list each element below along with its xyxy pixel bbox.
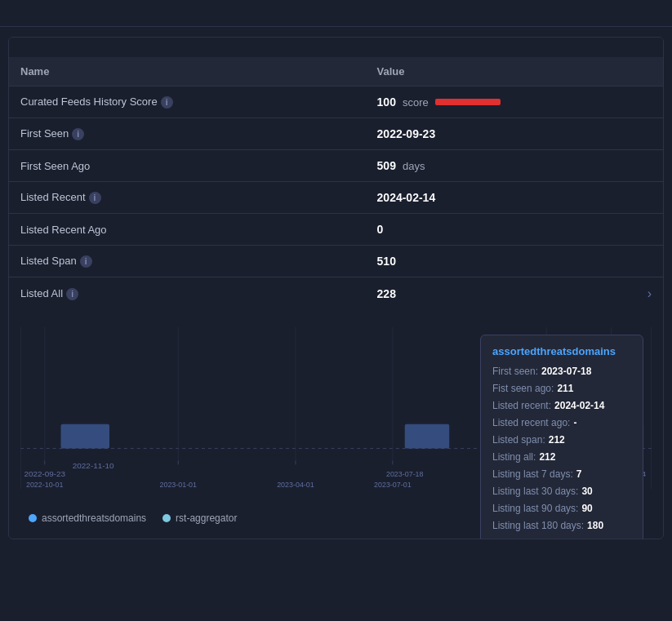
chart-tooltip: assortedthreatsdomains First seen: 2023-…	[480, 335, 643, 539]
table-row: Listed Recent Ago0	[9, 214, 663, 246]
col-value-header: Value	[366, 57, 663, 86]
table-row: Curated Feeds History Scorei100score	[9, 86, 663, 118]
row-value-cell: 2024-02-14	[366, 182, 663, 214]
page-header	[0, 0, 672, 27]
chart-area: 2022-09-23 2022-11-10 2022-10-01 2023-01…	[20, 326, 652, 506]
tooltip-row: Listed span: 212	[492, 432, 631, 447]
tooltip-row: Listing last 7 days: 7	[492, 467, 631, 481]
svg-text:2022-11-10: 2022-11-10	[73, 462, 114, 471]
tooltip-row: Listing last 180 days: 180	[492, 518, 631, 533]
info-icon[interactable]: i	[72, 128, 84, 140]
tooltip-row: Listing last 365 days: 212	[492, 535, 631, 539]
score-bar	[435, 99, 501, 105]
row-value-cell: 100score	[366, 86, 663, 118]
info-icon[interactable]: i	[80, 255, 92, 268]
tooltip-row: Listing last 30 days: 30	[492, 484, 631, 499]
row-value-cell: 510	[366, 246, 663, 277]
tooltip-row: Listing last 90 days: 90	[492, 501, 631, 516]
legend-item: rst-aggregator	[162, 512, 237, 524]
svg-text:2023-07-01: 2023-07-01	[374, 481, 412, 489]
row-name-cell: First Seeni	[9, 118, 366, 150]
tooltip-row: Listed recent ago: -	[492, 415, 631, 430]
info-icon[interactable]: i	[66, 288, 78, 300]
tooltip-row: Fist seen ago: 211	[492, 381, 631, 396]
chart-section: 2022-09-23 2022-11-10 2022-10-01 2023-01…	[9, 310, 663, 539]
curated-feed-section: Name Value Curated Feeds History Scorei1…	[8, 37, 664, 539]
row-value-cell: 509days	[366, 150, 663, 182]
row-name-cell: Listed Recenti	[9, 182, 366, 214]
table-header-row: Name Value	[9, 57, 663, 86]
info-icon[interactable]: i	[161, 96, 173, 109]
chevron-right-icon[interactable]: ›	[648, 286, 652, 301]
svg-rect-15	[405, 424, 450, 449]
section-header	[9, 38, 663, 57]
legend-label: rst-aggregator	[176, 512, 237, 524]
col-name-header: Name	[9, 57, 366, 86]
table-row: First Seen Ago509days	[9, 150, 663, 182]
svg-text:2023-07-18: 2023-07-18	[386, 470, 424, 478]
table-row[interactable]: Listed Alli228›	[9, 277, 663, 311]
row-value-cell: 2022-09-23	[366, 118, 663, 150]
row-value-cell: 228›	[366, 277, 663, 311]
table-row: Listed Spani510	[9, 246, 663, 277]
row-name-cell: Listed Alli	[9, 277, 366, 311]
svg-text:2023-01-01: 2023-01-01	[159, 481, 197, 489]
info-icon[interactable]: i	[89, 192, 101, 204]
legend-dot	[29, 514, 37, 522]
row-name-cell: Listed Recent Ago	[9, 214, 366, 246]
legend-item: assortedthreatsdomains	[29, 512, 146, 524]
row-value-cell: 0	[366, 214, 663, 246]
row-name-cell: Listed Spani	[9, 246, 366, 277]
table-row: First Seeni2022-09-23	[9, 118, 663, 150]
table-row: Listed Recenti2024-02-14	[9, 182, 663, 214]
row-name-cell: First Seen Ago	[9, 150, 366, 182]
data-table: Name Value Curated Feeds History Scorei1…	[9, 57, 663, 310]
tooltip-row: Listed recent: 2024-02-14	[492, 398, 631, 413]
svg-text:2023-04-01: 2023-04-01	[277, 481, 314, 489]
svg-text:2022-09-23: 2022-09-23	[24, 469, 65, 478]
tooltip-row: Listing all: 212	[492, 450, 631, 464]
row-name-cell: Curated Feeds History Scorei	[9, 86, 366, 118]
svg-text:2022-10-01: 2022-10-01	[26, 481, 64, 489]
legend-label: assortedthreatsdomains	[42, 512, 146, 524]
svg-rect-5	[61, 424, 109, 449]
legend-dot	[162, 514, 171, 522]
tooltip-row: First seen: 2023-07-18	[492, 364, 631, 379]
tooltip-title: assortedthreatsdomains	[492, 345, 631, 357]
